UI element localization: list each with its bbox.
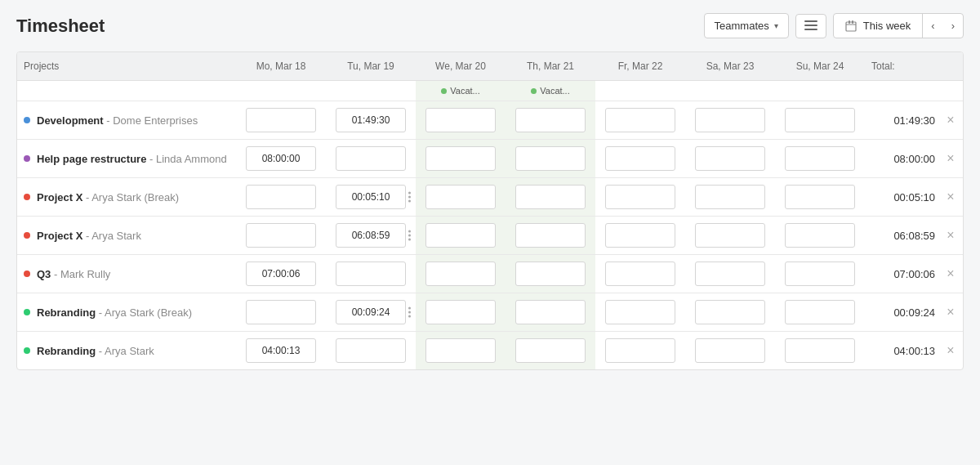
time-input-we[interactable]	[425, 262, 496, 286]
time-input-th[interactable]	[515, 223, 586, 248]
time-input-sa[interactable]	[695, 338, 765, 363]
time-cell-su	[775, 293, 865, 331]
more-options-icon[interactable]	[408, 307, 411, 318]
delete-button[interactable]: ×	[938, 255, 963, 293]
time-cell-tu	[326, 140, 416, 177]
time-cell-tu	[326, 293, 416, 331]
time-cell-we	[416, 178, 506, 216]
project-dot	[24, 232, 30, 239]
page-container: Timesheet Teammates ▾	[0, 0, 980, 465]
time-input-su[interactable]	[785, 262, 855, 286]
time-input-sa[interactable]	[695, 300, 765, 324]
list-view-button[interactable]	[795, 14, 826, 38]
time-input-sa[interactable]	[695, 146, 765, 171]
time-cell-we	[416, 293, 506, 331]
time-input-th[interactable]	[515, 146, 586, 171]
time-input-th[interactable]	[515, 262, 586, 286]
more-options-icon[interactable]	[408, 192, 411, 203]
time-cell-su	[775, 332, 865, 369]
time-input-fr[interactable]	[605, 146, 675, 171]
time-input-mo[interactable]	[246, 108, 316, 132]
time-input-fr[interactable]	[605, 185, 675, 209]
col-we: We, Mar 20	[416, 52, 506, 80]
next-week-button[interactable]: ›	[943, 14, 963, 38]
time-input-su[interactable]	[785, 185, 855, 209]
week-picker: This week ‹ ›	[833, 13, 964, 38]
col-actions	[938, 52, 963, 80]
time-cell-fr	[595, 178, 685, 216]
delete-button[interactable]: ×	[938, 217, 963, 254]
time-cell-sa	[685, 101, 775, 139]
time-cell-fr	[595, 293, 685, 331]
time-cell-tu	[326, 178, 416, 216]
delete-button[interactable]: ×	[938, 293, 963, 331]
time-input-th[interactable]	[515, 185, 586, 209]
time-input-fr[interactable]	[605, 262, 675, 286]
time-input-we[interactable]	[425, 146, 496, 171]
time-cell-th	[506, 332, 595, 369]
col-mo: Mo, Mar 18	[236, 52, 326, 80]
time-input-su[interactable]	[785, 108, 855, 132]
time-input-su[interactable]	[785, 300, 855, 324]
time-input-fr[interactable]	[605, 300, 675, 324]
time-input-mo[interactable]	[246, 146, 316, 171]
total-cell: 00:09:24	[865, 293, 938, 331]
time-input-su[interactable]	[785, 223, 855, 248]
vacation-sa-cell	[685, 81, 775, 101]
time-input-mo[interactable]	[246, 185, 316, 209]
time-input-tu[interactable]	[336, 185, 406, 209]
time-input-tu[interactable]	[336, 223, 406, 248]
time-input-su[interactable]	[785, 146, 855, 171]
vacation-th-badge: Vacat...	[531, 86, 569, 96]
more-options-icon[interactable]	[408, 230, 411, 241]
delete-button[interactable]: ×	[938, 101, 963, 139]
time-cell-sa	[685, 332, 775, 369]
time-input-sa[interactable]	[695, 108, 765, 132]
time-input-tu[interactable]	[336, 146, 406, 171]
time-input-th[interactable]	[515, 338, 586, 363]
time-input-sa[interactable]	[695, 262, 765, 286]
time-input-tu[interactable]	[336, 300, 406, 324]
delete-button[interactable]: ×	[938, 332, 963, 369]
vacation-action-cell	[938, 81, 963, 101]
time-cell-su	[775, 101, 865, 139]
time-input-fr[interactable]	[605, 223, 675, 248]
time-input-tu[interactable]	[336, 262, 406, 286]
time-input-mo[interactable]	[246, 262, 316, 286]
delete-button[interactable]: ×	[938, 178, 963, 216]
time-cell-mo	[236, 217, 326, 254]
time-input-we[interactable]	[425, 338, 496, 363]
time-input-fr[interactable]	[605, 108, 675, 132]
time-input-we[interactable]	[425, 223, 496, 248]
time-input-we[interactable]	[425, 185, 496, 209]
time-input-th[interactable]	[515, 108, 586, 132]
time-input-sa[interactable]	[695, 223, 765, 248]
time-input-tu[interactable]	[336, 108, 406, 132]
chevron-down-icon: ▾	[774, 21, 778, 30]
vacation-we-badge: Vacat...	[441, 86, 479, 96]
total-cell: 07:00:06	[865, 255, 938, 293]
calendar-icon	[845, 20, 857, 32]
project-cell: Project X - Arya Stark (Break)	[17, 178, 236, 216]
time-input-we[interactable]	[425, 108, 496, 132]
time-input-tu[interactable]	[336, 338, 406, 363]
teammates-button[interactable]: Teammates ▾	[704, 13, 789, 38]
project-cell: Rebranding - Arya Stark (Break)	[17, 293, 236, 331]
table-row: Project X - Arya Stark (Break) 00:05:10×	[17, 178, 963, 217]
total-cell: 00:05:10	[865, 178, 938, 216]
time-input-sa[interactable]	[695, 185, 765, 209]
time-input-mo[interactable]	[246, 300, 316, 324]
time-input-fr[interactable]	[605, 338, 675, 363]
time-input-we[interactable]	[425, 300, 496, 324]
timesheet-table: Projects Mo, Mar 18 Tu, Mar 19 We, Mar 2…	[16, 51, 964, 370]
svg-rect-3	[846, 22, 856, 31]
header-controls: Teammates ▾ This wee	[704, 13, 964, 38]
time-input-mo[interactable]	[246, 338, 316, 363]
time-input-th[interactable]	[515, 300, 586, 324]
delete-button[interactable]: ×	[938, 140, 963, 177]
project-name: Development - Dome Enterprises	[37, 114, 198, 127]
time-input-mo[interactable]	[246, 223, 316, 248]
prev-week-button[interactable]: ‹	[923, 14, 942, 38]
time-input-su[interactable]	[785, 338, 855, 363]
time-cell-sa	[685, 217, 775, 254]
